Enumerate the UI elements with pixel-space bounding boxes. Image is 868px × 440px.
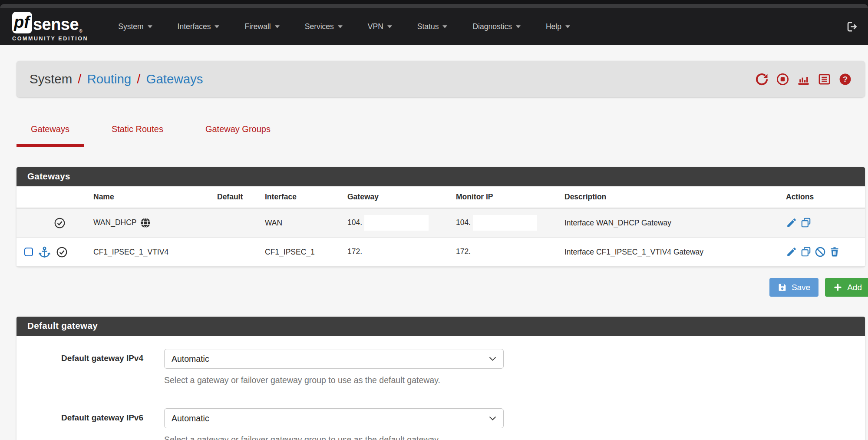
tab-gateways[interactable]: Gateways [17,122,84,147]
tab-gateway-groups[interactable]: Gateway Groups [191,122,285,147]
caret-down-icon [516,25,521,28]
breadcrumb-system: System [30,72,72,86]
edit-icon[interactable] [786,217,797,228]
col-monitor-ip: Monitor IP [452,186,560,208]
breadcrumb-separator: / [137,72,140,86]
gateway-description: Interface CF1_IPSEC_1_VTIV4 Gateway [560,238,782,267]
caret-down-icon [442,25,447,28]
help-icon[interactable]: ? [838,73,852,86]
caret-down-icon [215,25,219,28]
menu-interfaces[interactable]: Interfaces [165,22,232,31]
monitor-ip: 172. [456,247,471,256]
gateway-row-wan-dhcp: WAN_DHCP WAN 104. 104. Interface WAN_DHC… [17,208,865,238]
monitor-ip: 104. [456,218,471,227]
main-menu: System Interfaces Firewall Services VPN … [106,22,583,31]
edit-icon[interactable] [786,246,797,258]
col-icons [17,186,89,208]
logo-sense-text: sense [33,16,79,33]
sign-out-icon[interactable] [846,21,858,33]
selected-value: Automatic [172,354,209,364]
caret-down-icon [338,25,343,28]
menu-status[interactable]: Status [405,22,460,31]
gateway-online-icon [54,217,66,229]
gateway-default [213,208,261,238]
breadcrumb-routing-link[interactable]: Routing [87,72,132,86]
default-gateway-ipv6-row: Default gateway IPv6 Automatic Select a … [17,395,865,440]
gateways-table: Name Default Interface Gateway Monitor I… [17,186,865,267]
plus-icon [833,283,842,292]
registered-mark: ® [79,29,82,33]
field-help-text: Select a gateway or failover gateway gro… [164,435,504,440]
main-navbar: pf sense ® COMMUNITY EDITION System Inte… [0,8,868,45]
gateway-name: WAN_DHCP [93,218,137,227]
menu-system[interactable]: System [106,22,165,31]
default-gateway-ipv6-label: Default gateway IPv6 [42,408,143,440]
field-help-text: Select a gateway or failover gateway gro… [164,375,504,385]
caret-down-icon [275,25,280,28]
svg-text:?: ? [843,74,848,83]
menu-services[interactable]: Services [292,22,355,31]
logo-pf-mark: pf [12,12,32,33]
add-button[interactable]: Add [825,278,868,297]
col-name: Name [89,186,213,208]
breadcrumb-separator: / [78,72,81,86]
col-default: Default [213,186,261,208]
selected-value: Automatic [172,414,209,423]
caret-down-icon [148,25,152,28]
disable-icon[interactable] [815,246,826,258]
refresh-icon[interactable] [755,73,769,86]
caret-down-icon [387,25,392,28]
gateway-address: 172. [347,247,362,256]
tab-bar: Gateways Static Routes Gateway Groups [17,122,865,147]
redacted-value [364,215,429,231]
default-gateway-ipv4-select[interactable]: Automatic [164,349,504,369]
status-chart-icon[interactable] [797,73,810,86]
menu-help[interactable]: Help [533,22,583,31]
gateway-row-cf1-ipsec: CF1_IPSEC_1_VTIV4 CF1_IPSEC_1 172. 172. … [17,238,865,267]
menu-diagnostics[interactable]: Diagnostics [460,22,533,31]
col-interface: Interface [261,186,343,208]
save-icon [778,283,787,292]
gateway-online-icon [56,246,68,258]
chevron-down-icon [489,416,496,421]
gateway-default [213,238,261,267]
gateway-description: Interface WAN_DHCP Gateway [560,208,782,238]
menu-firewall[interactable]: Firewall [232,22,292,31]
breadcrumb-gateways-link[interactable]: Gateways [146,72,203,86]
row-select-checkbox[interactable] [24,248,33,256]
default-gateway-ipv4-row: Default gateway IPv4 Automatic Select a … [17,336,865,395]
copy-icon[interactable] [800,246,812,258]
chevron-down-icon [489,357,496,361]
window-chrome-strip [0,4,868,8]
globe-icon [140,217,151,228]
gateway-interface: WAN [261,208,343,238]
delete-icon[interactable] [829,246,840,258]
gateway-name: CF1_IPSEC_1_VTIV4 [93,248,168,256]
default-gateway-ipv4-label: Default gateway IPv4 [42,349,143,385]
col-description: Description [560,186,782,208]
menu-vpn[interactable]: VPN [355,22,405,31]
default-gateway-panel-title: Default gateway [17,317,865,336]
default-gateway-ipv6-select[interactable]: Automatic [164,408,504,428]
caret-down-icon [565,25,570,28]
anchor-icon [38,246,51,258]
stop-record-icon[interactable] [776,73,789,86]
gateway-interface: CF1_IPSEC_1 [261,238,343,267]
table-header-row: Name Default Interface Gateway Monitor I… [17,186,865,208]
gateway-address: 104. [347,218,362,227]
redacted-value [364,244,429,260]
redacted-value [473,244,537,260]
log-list-icon[interactable] [818,73,831,86]
redacted-value [473,215,537,231]
col-actions: Actions [782,186,865,208]
logo-tagline: COMMUNITY EDITION [12,36,88,42]
pfsense-logo[interactable]: pf sense ® COMMUNITY EDITION [12,12,88,42]
tab-static-routes[interactable]: Static Routes [97,122,178,147]
gateways-panel-title: Gateways [17,167,865,186]
top-navbar: pf sense ® COMMUNITY EDITION System Inte… [0,0,868,45]
gateways-panel: Gateways Name Default Interface Gateway … [17,167,865,267]
save-button[interactable]: Save [769,278,818,297]
copy-icon[interactable] [800,217,812,228]
default-gateway-panel: Default gateway Default gateway IPv4 Aut… [17,317,865,440]
col-gateway: Gateway [343,186,452,208]
